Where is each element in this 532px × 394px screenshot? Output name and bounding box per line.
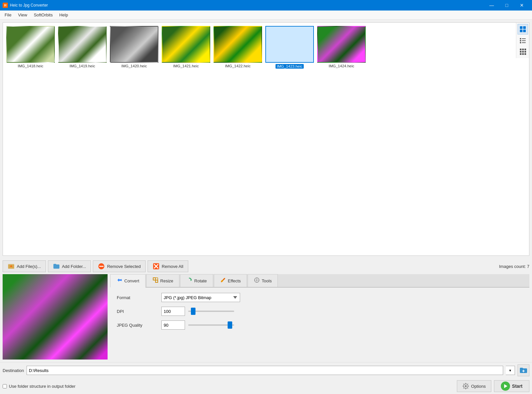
dpi-slider-container xyxy=(188,311,241,312)
dpi-input[interactable] xyxy=(161,307,185,316)
gallery-label-selected: IMG_1423.heic xyxy=(276,64,304,69)
images-count: Images count: 7 xyxy=(499,264,530,269)
close-button[interactable]: ✕ xyxy=(514,0,529,11)
tab-rotate[interactable]: Rotate xyxy=(180,274,213,287)
gallery-label: IMG_1421.heic xyxy=(173,64,199,68)
menu-softorbits[interactable]: SoftOrbits xyxy=(31,11,56,19)
view-list-button[interactable] xyxy=(518,35,528,46)
tab-convert[interactable]: Convert xyxy=(110,274,146,288)
jpeg-quality-row: JPEG Quality xyxy=(117,320,523,330)
gallery-inner: IMG_1418.heic IMG_1419.heic IMG_1420.hei… xyxy=(3,23,529,72)
svg-line-52 xyxy=(463,388,464,389)
minimize-button[interactable]: — xyxy=(484,0,499,11)
remove-selected-label: Remove Selected xyxy=(107,264,141,269)
menu-file[interactable]: File xyxy=(1,11,15,19)
add-files-button[interactable]: Add File(s)... xyxy=(3,260,46,272)
destination-bar: Destination ▼ xyxy=(0,362,532,378)
add-folder-button[interactable]: Add Folder... xyxy=(48,260,91,272)
svg-rect-1 xyxy=(523,26,526,29)
convert-settings: Format JPG (*.jpg) JPEG Bitmap PNG (*.pn… xyxy=(110,288,529,335)
maximize-button[interactable]: □ xyxy=(499,0,514,11)
destination-label: Destination xyxy=(3,368,24,373)
gallery-thumb xyxy=(58,26,107,63)
start-arrow-icon xyxy=(501,382,510,391)
format-label: Format xyxy=(117,295,156,300)
jpeg-quality-slider-track[interactable] xyxy=(188,324,234,326)
tab-effects[interactable]: Effects xyxy=(214,274,247,287)
large-icon-view-icon xyxy=(520,26,526,33)
tab-resize[interactable]: Resize xyxy=(146,274,180,287)
add-folder-icon xyxy=(53,263,60,270)
view-large-icon-button[interactable] xyxy=(518,24,528,34)
svg-line-49 xyxy=(463,384,464,385)
gallery-item[interactable]: IMG_1418.heic xyxy=(6,26,55,69)
jpeg-quality-slider-thumb[interactable] xyxy=(228,321,232,329)
svg-rect-18 xyxy=(524,53,526,55)
remove-all-icon xyxy=(153,263,160,270)
destination-dropdown-button[interactable]: ▼ xyxy=(506,366,515,375)
gallery-thumb-selected xyxy=(265,26,314,63)
remove-selected-button[interactable]: Remove Selected xyxy=(93,260,146,272)
view-grid-button[interactable] xyxy=(518,46,528,57)
tabs-bar: Convert Resize xyxy=(110,274,529,288)
dpi-slider-track[interactable] xyxy=(188,311,234,312)
gallery-item[interactable]: IMG_1419.heic xyxy=(58,26,107,69)
svg-rect-3 xyxy=(523,30,526,32)
svg-rect-7 xyxy=(522,40,526,41)
dpi-row: DPI xyxy=(117,307,523,316)
tools-tab-icon xyxy=(254,277,260,284)
convert-tab-icon xyxy=(116,277,122,284)
resize-tab-icon xyxy=(153,277,158,284)
tab-tools[interactable]: Tools xyxy=(248,274,278,287)
gallery-item[interactable]: IMG_1420.heic xyxy=(110,26,158,69)
format-row: Format JPG (*.jpg) JPEG Bitmap PNG (*.pn… xyxy=(117,293,523,302)
destination-folder-button[interactable] xyxy=(518,364,529,376)
jpeg-quality-slider-container xyxy=(188,324,241,326)
gallery-item[interactable]: IMG_1421.heic xyxy=(162,26,210,69)
gallery-item-selected[interactable]: IMG_1423.heic xyxy=(265,26,314,69)
start-button[interactable]: Start xyxy=(494,380,529,392)
svg-rect-0 xyxy=(520,26,522,29)
window-controls: — □ ✕ xyxy=(484,0,529,11)
add-files-icon xyxy=(8,263,15,270)
svg-rect-17 xyxy=(522,53,524,55)
svg-line-50 xyxy=(467,388,468,389)
add-files-label: Add File(s)... xyxy=(17,264,41,269)
svg-rect-6 xyxy=(520,40,521,41)
options-label: Options xyxy=(471,384,486,389)
gallery-item[interactable]: IMG_1422.heic xyxy=(214,26,262,69)
folder-structure-checkbox[interactable] xyxy=(3,384,7,388)
gallery-item[interactable]: IMG_1424.heic xyxy=(317,26,366,69)
preview-image xyxy=(3,274,108,360)
format-select[interactable]: JPG (*.jpg) JPEG Bitmap PNG (*.png) Port… xyxy=(161,293,240,302)
svg-rect-12 xyxy=(524,49,526,50)
remove-all-button[interactable]: Remove All xyxy=(148,260,188,272)
svg-rect-11 xyxy=(522,49,524,50)
menu-help[interactable]: Help xyxy=(56,11,72,19)
gallery-label: IMG_1419.heic xyxy=(70,64,95,68)
title-bar: H Heic to Jpg Converter — □ ✕ xyxy=(0,0,532,11)
jpeg-quality-input[interactable] xyxy=(161,320,185,330)
options-button[interactable]: Options xyxy=(457,380,491,392)
tab-resize-label: Resize xyxy=(160,278,174,283)
jpeg-quality-slider-fill xyxy=(188,324,230,326)
gallery-thumb xyxy=(317,26,366,63)
dpi-slider-thumb[interactable] xyxy=(191,308,195,315)
action-bar: Use folder structure in output folder Op… xyxy=(0,378,532,394)
destination-input[interactable] xyxy=(27,366,503,375)
tab-effects-label: Effects xyxy=(228,278,241,283)
svg-point-34 xyxy=(223,278,225,280)
start-label: Start xyxy=(512,383,522,389)
tab-rotate-label: Rotate xyxy=(194,278,207,283)
svg-rect-9 xyxy=(522,42,526,43)
svg-rect-2 xyxy=(520,30,522,32)
svg-rect-10 xyxy=(520,49,522,50)
gallery-thumb xyxy=(162,26,210,63)
format-control: JPG (*.jpg) JPEG Bitmap PNG (*.png) Port… xyxy=(161,293,240,302)
folder-structure-label: Use folder structure in output folder xyxy=(9,384,75,389)
svg-point-44 xyxy=(465,385,467,387)
menu-view[interactable]: View xyxy=(15,11,31,19)
svg-rect-15 xyxy=(524,51,526,53)
gallery-area: IMG_1418.heic IMG_1419.heic IMG_1420.hei… xyxy=(3,22,529,256)
dpi-control xyxy=(161,307,241,316)
